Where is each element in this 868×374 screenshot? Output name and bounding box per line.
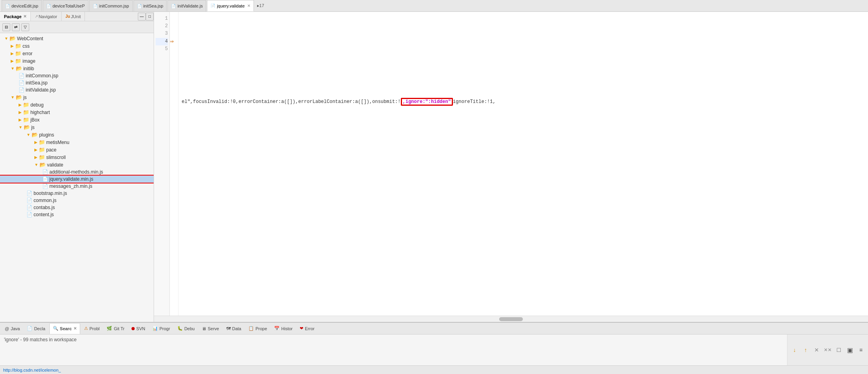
left-tab-junit[interactable]: Ju JUnit xyxy=(62,12,85,21)
minimize-button[interactable]: — xyxy=(138,13,146,21)
tree-item-debug[interactable]: ▶ 📁 debug xyxy=(0,101,154,108)
tree-item-initvalidate-jsp[interactable]: 📄 initValidate.jsp xyxy=(0,86,154,94)
tree-item-js-root[interactable]: ▼ 📂 js xyxy=(0,94,154,101)
folder-icon: 📁 xyxy=(15,58,21,64)
folder-arrow-icon: ▼ xyxy=(11,95,15,99)
tab-deviceTotalUseP[interactable]: 📄 deviceTotalUseP xyxy=(43,0,88,11)
tree-item-content-js[interactable]: 📄 content.js xyxy=(0,211,154,218)
tree-item-additional-methods[interactable]: 📄 additional-methods.min.js xyxy=(0,168,154,176)
file-js-icon: 📄 xyxy=(26,212,32,217)
tree-item-css[interactable]: ▶ 📁 css xyxy=(0,42,154,50)
code-editor[interactable]: 1 2 3 4 5 ⇒ el",focusInvalid:!0,errorCon xyxy=(154,12,868,316)
tree-item-plugins[interactable]: ▼ 📂 plugins xyxy=(0,131,154,138)
maximize-button[interactable]: □ xyxy=(146,13,154,21)
folder-arrow-icon: ▼ xyxy=(11,66,15,71)
left-tab-navigator[interactable]: ↗ Navigator xyxy=(31,12,62,21)
svn-dot-icon xyxy=(132,327,135,330)
bottom-tab-java[interactable]: @ Java xyxy=(2,323,23,334)
bottom-tab-git[interactable]: 🌿 Git Tr xyxy=(103,323,128,334)
search-cancel-all-button[interactable]: ✕✕ xyxy=(823,345,832,355)
code-line-4: el",focusInvalid:!0,errorContainer:a([])… xyxy=(182,98,865,106)
bottom-tab-error-log[interactable]: ❤ Error xyxy=(297,323,318,334)
scroll-thumb[interactable] xyxy=(499,317,523,321)
code-line-2 xyxy=(182,53,865,60)
bottom-tab-problems[interactable]: ⚠ Probl xyxy=(81,323,103,334)
tree-item-label: pace xyxy=(46,147,56,153)
tree-item-initcommon-jsp[interactable]: 📄 initCommon.jsp xyxy=(0,72,154,79)
search-down-button[interactable]: ↓ xyxy=(790,345,799,355)
tab-initCommon[interactable]: 📄 initCommon.jsp xyxy=(89,0,133,11)
tab-jqueryValidate[interactable]: 📄 jquery.validate ✕ xyxy=(207,0,254,11)
bottom-panel: @ Java 📄 Decla 🔍 Searc ✕ ⚠ Probl 🌿 Git T… xyxy=(0,322,868,365)
bottom-tab-search[interactable]: 🔍 Searc ✕ xyxy=(49,323,80,334)
tree-item-error[interactable]: ▶ 📁 error xyxy=(0,50,154,57)
status-url-link[interactable]: http://blog.csdn.net/icelemon_ xyxy=(3,368,61,372)
folder-open-icon: 📂 xyxy=(16,65,22,71)
folder-icon: 📁 xyxy=(15,43,21,49)
folder-icon: 📁 xyxy=(39,154,45,160)
tab-overflow-button[interactable]: ▸17 xyxy=(255,0,267,11)
tree-item-highchart[interactable]: ▶ 📁 highchart xyxy=(0,108,154,116)
tree-item-js-sub[interactable]: ▼ 📂 js xyxy=(0,123,154,131)
horizontal-scrollbar[interactable] xyxy=(154,316,868,322)
tree-item-webcontent[interactable]: ▼ 📂 WebContent xyxy=(0,35,154,42)
search-up-button[interactable]: ↑ xyxy=(801,345,810,355)
bottom-tab-properties[interactable]: 📋 Prope xyxy=(245,323,270,334)
tab-deviceEdit[interactable]: 📄 deviceEdit.jsp xyxy=(2,0,42,11)
folder-arrow-icon: ▶ xyxy=(11,44,14,48)
tree-item-validate[interactable]: ▼ 📂 validate xyxy=(0,161,154,168)
file-js-icon: 📄 xyxy=(26,198,32,203)
collapse-all-button[interactable]: ⊟ xyxy=(2,23,10,31)
file-jsp-icon: 📄 xyxy=(19,87,24,93)
left-tab-close[interactable]: ✕ xyxy=(23,14,26,19)
bottom-tab-label: Java xyxy=(11,326,20,331)
bottom-tab-data[interactable]: 🗺 Data xyxy=(223,323,244,334)
bottom-tab-history[interactable]: 📅 Histor xyxy=(271,323,296,334)
tree-item-label: css xyxy=(23,43,30,49)
tree-item-contabs-js[interactable]: 📄 contabs.js xyxy=(0,204,154,211)
bottom-tab-label: Error xyxy=(305,326,314,331)
link-with-editor-button[interactable]: ⇄ xyxy=(12,23,20,31)
tree-item-jbox[interactable]: ▶ 📁 jBox xyxy=(0,116,154,123)
search-icon: 🔍 xyxy=(53,326,58,331)
tree-item-initlib[interactable]: ▼ 📂 initlib xyxy=(0,65,154,72)
view-menu-button[interactable]: ≡ xyxy=(856,345,866,355)
bottom-tab-debug[interactable]: 🐛 Debu xyxy=(174,323,198,334)
search-cancel-button[interactable]: ✕ xyxy=(812,345,821,355)
left-toolbar: ⊟ ⇄ ▽ xyxy=(0,21,154,33)
tree-item-image[interactable]: ▶ 📁 image xyxy=(0,57,154,65)
tree-item-common-js[interactable]: 📄 common.js xyxy=(0,197,154,204)
file-icon: 📄 xyxy=(93,4,98,8)
tree-item-jquery-validate[interactable]: 📄 jquery.validate.min.js xyxy=(0,176,154,183)
bottom-tab-servers[interactable]: 🖥 Serve xyxy=(199,323,222,334)
tree-item-initsea-jsp[interactable]: 📄 initSea.jsp xyxy=(0,79,154,86)
tree-item-pace[interactable]: ▶ 📁 pace xyxy=(0,146,154,153)
tab-initSea[interactable]: 📄 initSea.jsp xyxy=(133,0,167,11)
left-tab-package[interactable]: Package ✕ xyxy=(0,12,31,21)
folder-arrow-icon: ▶ xyxy=(19,103,22,107)
error-icon: ❤ xyxy=(300,326,303,331)
code-content[interactable]: el",focusInvalid:!0,errorContainer:a([])… xyxy=(178,12,868,316)
tree-item-bootstrap[interactable]: 📄 bootstrap.min.js xyxy=(0,190,154,197)
tree-item-label: error xyxy=(23,51,32,56)
folder-open-icon: 📂 xyxy=(39,162,46,168)
search-result-label: 'ignore' - 99 matches in workspace xyxy=(4,337,77,342)
arrow-line-1 xyxy=(170,15,178,22)
bottom-tab-declarations[interactable]: 📄 Decla xyxy=(24,323,48,334)
bottom-tab-svn[interactable]: SVN xyxy=(128,323,148,334)
tab-label: deviceTotalUseP xyxy=(53,4,85,8)
bottom-tab-close[interactable]: ✕ xyxy=(73,326,77,331)
folder-arrow-icon: ▶ xyxy=(34,148,38,152)
tree-item-messages-zh[interactable]: 📄 messages_zh.min.js xyxy=(0,183,154,190)
tree-item-metismenu[interactable]: ▶ 📁 metisMenu xyxy=(0,138,154,146)
expand-all-button[interactable]: ▣ xyxy=(845,345,855,355)
expand-button[interactable]: □ xyxy=(834,345,844,355)
tree-item-slimscroll[interactable]: ▶ 📁 slimscroll xyxy=(0,153,154,161)
view-menu-button[interactable]: ▽ xyxy=(21,23,29,31)
tab-close-button[interactable]: ✕ xyxy=(247,4,250,8)
bottom-tab-progress[interactable]: 📊 Progr xyxy=(149,323,173,334)
tab-initValidate[interactable]: 📄 initValidate.js xyxy=(167,0,206,11)
tree-item-label: plugins xyxy=(39,132,54,138)
code-normal-text-2: ignoreTitle:!1, xyxy=(453,99,496,105)
servers-icon: 🖥 xyxy=(202,326,206,331)
